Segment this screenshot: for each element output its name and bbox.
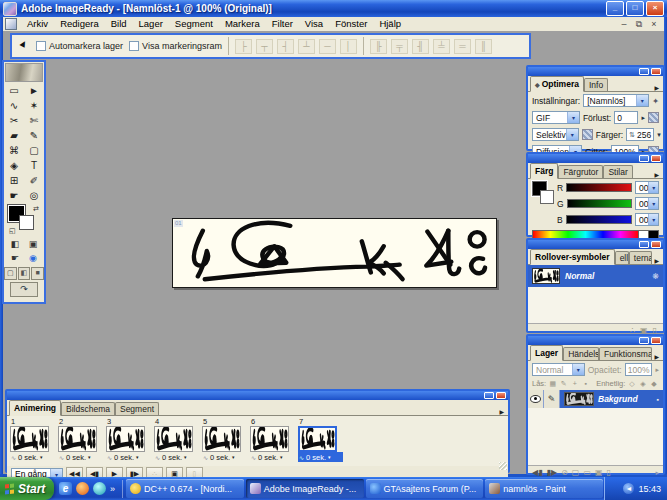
menu-redigera[interactable]: Redigera [54, 17, 105, 31]
tool-eraser[interactable]: ▰ [4, 128, 24, 143]
reduction-dropdown[interactable]: Selektiv ▾ [532, 128, 579, 141]
messenger-icon[interactable] [93, 482, 106, 495]
frame-delay[interactable]: ∿0 sek.▾ [202, 452, 247, 462]
distribute-right-icon[interactable]: ║ [475, 39, 492, 54]
tab-lager[interactable]: Lager [530, 345, 563, 361]
align-left-icon[interactable]: ┴ [298, 39, 315, 54]
tool-move[interactable]: ► [24, 83, 44, 98]
tab-info[interactable]: Info [584, 78, 608, 91]
menu-lager[interactable]: Lager [133, 17, 169, 31]
red-slider[interactable] [566, 183, 632, 192]
delay-dropdown-icon[interactable]: ▾ [184, 454, 187, 460]
loss-slider-arrow-icon[interactable]: ▸ [641, 114, 645, 122]
tool-paint-bucket[interactable]: ◈ [4, 158, 24, 173]
unify-style-icon[interactable]: ◆ [649, 380, 658, 388]
propagate-back-icon[interactable]: ◀▮ [532, 468, 543, 477]
lock-pixels-icon[interactable]: ✎ [559, 380, 568, 388]
unify-visibility-icon[interactable]: ◈ [638, 380, 647, 388]
frame-thumbnail[interactable] [250, 426, 289, 452]
lock-position-icon[interactable]: + [570, 380, 579, 387]
menu-markera[interactable]: Markera [219, 17, 266, 31]
tool-magic-wand[interactable]: ✶ [24, 98, 44, 113]
palette-close-button[interactable] [651, 68, 661, 75]
optimize-palette-titlebar[interactable] [528, 67, 663, 76]
tool-zoom[interactable]: ◎ [24, 188, 44, 203]
unify-position-icon[interactable]: ◇ [627, 380, 636, 388]
blue-value[interactable]: 00 ▾ [635, 213, 659, 226]
red-value[interactable]: 00 ▾ [635, 181, 659, 194]
tab-clipped-2[interactable]: ternativ [629, 251, 653, 264]
menu-fonster[interactable]: Fönster [329, 17, 373, 31]
distribute-top-icon[interactable]: ╟ [370, 39, 387, 54]
layers-palette-titlebar[interactable] [528, 336, 663, 345]
distribute-bottom-icon[interactable]: ╢ [412, 39, 429, 54]
minimize-button[interactable]: _ [606, 1, 624, 16]
palette-close-button[interactable] [496, 392, 506, 399]
palette-menu-icon[interactable]: ▶ [652, 353, 661, 360]
blue-slider[interactable] [566, 215, 632, 224]
tab-clipped-1[interactable]: ell [615, 251, 629, 264]
delay-dropdown-icon[interactable]: ▾ [136, 454, 139, 460]
show-bounds-checkbox[interactable] [129, 41, 139, 51]
colors-dropdown-arrow-icon[interactable]: ▾ [657, 131, 661, 139]
frame-thumbnail[interactable] [154, 426, 193, 452]
palette-minimize-button[interactable] [639, 241, 649, 248]
tool-slice[interactable]: ✂ [4, 113, 24, 128]
tray-hide-icons-icon[interactable]: ◄ [623, 483, 634, 494]
layer-row-bakgrund[interactable]: ✎ Bakgrund ▪ [528, 390, 663, 408]
tab-animering[interactable]: Animering [9, 400, 61, 416]
palette-minimize-button[interactable] [639, 155, 649, 162]
palette-close-button[interactable] [651, 337, 661, 344]
delay-dropdown-icon[interactable]: ▾ [232, 454, 235, 460]
stepper-icon[interactable]: ⇅ [629, 131, 635, 139]
lock-all-icon[interactable]: ▪ [581, 380, 590, 387]
screen-mode-standard-button[interactable]: ▢ [4, 267, 17, 280]
menu-hjalp[interactable]: Hjälp [373, 17, 407, 31]
layer-style-icon[interactable]: ⊘ [561, 468, 568, 477]
swap-colors-icon[interactable]: ⇄ [33, 205, 39, 213]
quick-launch-more-icon[interactable]: » [110, 484, 115, 494]
tab-optimera[interactable]: ◆ Optimera [530, 76, 584, 92]
clock[interactable]: 15:43 [638, 484, 661, 494]
lock-transparency-icon[interactable]: ▦ [548, 380, 557, 388]
scroll-arrow-icon[interactable]: ▸ [655, 469, 659, 477]
taskbar-item-paint[interactable]: namnlös - Paint [485, 479, 603, 498]
taskbar-item-dcpp[interactable]: DC++ 0.674 - [Nordi... [126, 479, 244, 498]
document-canvas[interactable]: 01 [172, 218, 497, 288]
delay-dropdown-icon[interactable]: ▾ [40, 454, 43, 460]
animation-frame[interactable]: 5 ∿0 sek.▾ [202, 418, 247, 464]
tool-rectangle-marquee[interactable]: ▭ [4, 83, 24, 98]
animation-frame[interactable]: 1 ∿0 sek.▾ [10, 418, 55, 464]
rollover-state-row[interactable]: Normal ❋ [528, 265, 663, 287]
tab-bildschema[interactable]: Bildschema [61, 402, 115, 415]
child-restore-button[interactable]: ⧉ [633, 19, 645, 30]
frame-thumbnail[interactable] [10, 426, 49, 452]
frame-thumbnail[interactable] [106, 426, 145, 452]
resize-grip[interactable] [499, 462, 507, 470]
tab-stilar[interactable]: Stilar [603, 165, 632, 178]
title-bar[interactable]: Adobe ImageReady - [Namnlöst-1 @ 100% (O… [0, 0, 667, 17]
green-value[interactable]: 00 ▾ [635, 197, 659, 210]
tool-brush[interactable]: ✎ [24, 128, 44, 143]
align-horizontal-center-icon[interactable]: ─ [319, 39, 336, 54]
tab-farg[interactable]: Färg [530, 163, 558, 179]
trash-icon[interactable]: ▯ [607, 468, 611, 477]
animation-palette-titlebar[interactable] [7, 391, 508, 400]
animation-frame-selected[interactable]: 7 ∿0 sek.▾ [298, 418, 343, 464]
new-layer-icon[interactable]: ▣ [595, 468, 603, 477]
gear-icon[interactable]: ❋ [652, 272, 659, 281]
palette-minimize-button[interactable] [639, 68, 649, 75]
frame-delay[interactable]: ∿0 sek.▾ [250, 452, 295, 462]
layer-name[interactable]: Bakgrund [598, 394, 638, 404]
loss-value[interactable]: 0 [614, 111, 638, 124]
opacity-value[interactable]: 100% [625, 363, 653, 376]
tab-segment[interactable]: Segment [115, 402, 159, 415]
internet-explorer-icon[interactable]: e [59, 482, 72, 495]
frame-thumbnail[interactable] [202, 426, 241, 452]
frame-delay[interactable]: ∿0 sek.▾ [58, 452, 103, 462]
animation-frame[interactable]: 3 ∿0 sek.▾ [106, 418, 151, 464]
preview-in-browser-button[interactable]: ◉ [24, 251, 42, 265]
align-vertical-center-icon[interactable]: ┬ [256, 39, 273, 54]
palette-menu-icon[interactable]: ▶ [652, 257, 661, 264]
palette-minimize-button[interactable] [484, 392, 494, 399]
